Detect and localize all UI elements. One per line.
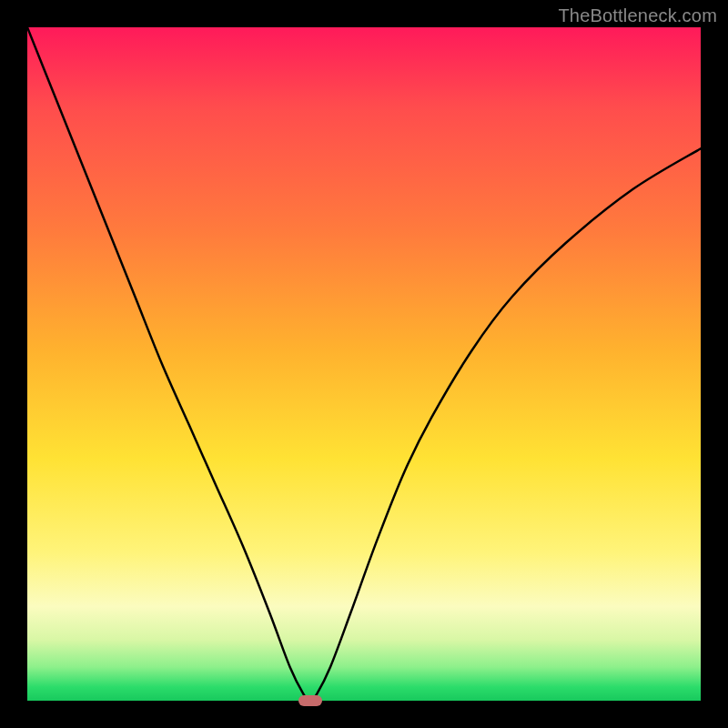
bottleneck-curve-path [27,27,701,701]
plot-area [27,27,701,701]
chart-frame: TheBottleneck.com [0,0,728,728]
watermark-text: TheBottleneck.com [558,5,717,26]
curve-svg [27,27,701,701]
optimal-point-marker [298,695,322,706]
